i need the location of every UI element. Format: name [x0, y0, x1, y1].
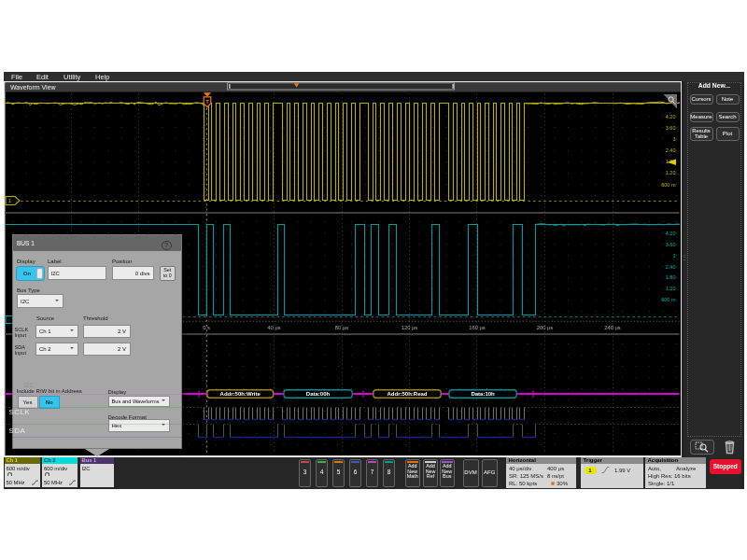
svg-text:Waveform View: Waveform View [10, 84, 57, 91]
svg-text:40 μs: 40 μs [267, 325, 280, 330]
svg-text:1: 1 [8, 198, 11, 203]
svg-text:600 m: 600 m [661, 297, 676, 302]
svg-text:1.80: 1.80 [666, 274, 676, 280]
svg-text:200 μs: 200 μs [537, 325, 554, 330]
svg-text:3: 3 [672, 136, 675, 142]
svg-text:Data:00h: Data:00h [306, 391, 331, 397]
svg-text:240 μs: 240 μs [604, 325, 621, 330]
svg-text:T: T [205, 99, 209, 105]
svg-text:4.20: 4.20 [666, 114, 676, 119]
svg-text:1.20: 1.20 [666, 170, 676, 175]
svg-text:3: 3 [672, 253, 675, 259]
svg-text:2.40: 2.40 [666, 264, 676, 270]
svg-text:4.20: 4.20 [666, 231, 676, 236]
svg-text:Addr:50h:Read: Addr:50h:Read [387, 391, 427, 397]
svg-text:600 m: 600 m [661, 182, 676, 188]
svg-text:160 μs: 160 μs [469, 325, 486, 330]
svg-text:Data:10h: Data:10h [471, 391, 495, 397]
svg-text:3.60: 3.60 [666, 242, 676, 247]
svg-text:2.40: 2.40 [666, 147, 676, 153]
svg-text:80 μs: 80 μs [335, 325, 348, 330]
svg-text:3.60: 3.60 [666, 125, 676, 131]
svg-text:Addr:50h:Write: Addr:50h:Write [220, 391, 261, 397]
svg-text:1.20: 1.20 [666, 286, 676, 291]
svg-text:120 μs: 120 μs [402, 325, 418, 330]
